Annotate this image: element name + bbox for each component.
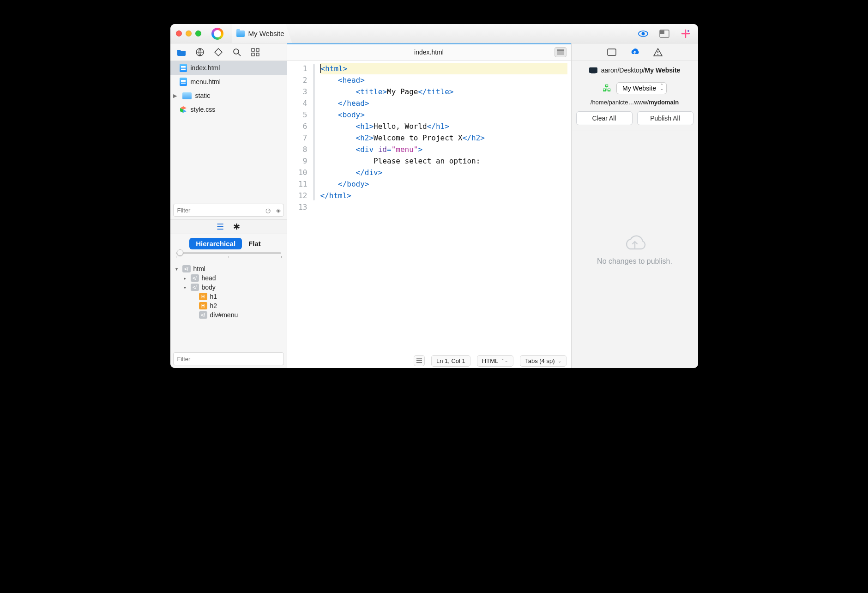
right-toolbar [572,43,698,61]
project-tab-label: My Website [248,30,284,37]
svg-rect-12 [557,49,564,51]
wrap-toggle-button[interactable] [414,355,425,366]
cursor-position-label: Ln 1, Col 1 [436,357,465,364]
minimize-window-button[interactable] [186,30,192,36]
svg-rect-9 [252,53,254,56]
right-sidebar: aaron/Desktop/My Website 🖧 My Website /h… [571,43,698,368]
server-name-label: My Website [622,85,656,92]
publish-tab-icon[interactable] [630,47,640,57]
flat-segment[interactable]: Flat [242,238,267,249]
local-path-display: aaron/Desktop/My Website [572,61,698,79]
language-label: HTML [482,357,498,364]
file-name-label: style.css [191,106,216,113]
publish-all-button[interactable]: Publish All [637,111,693,125]
file-row-static-folder[interactable]: ▶ static [170,89,287,103]
outline-label: div#menu [210,311,238,319]
heading-badge-icon: H [199,293,207,300]
project-tab[interactable]: My Website [232,24,292,43]
scm-icon[interactable]: ◈ [273,207,283,214]
editor-header: index.html [287,43,571,61]
svg-point-1 [641,32,645,35]
remote-path-suffix: mydomain [649,99,679,106]
hierarchical-segment[interactable]: Hierarchical [189,238,242,249]
svg-point-14 [657,54,658,55]
css-file-icon [180,106,187,113]
heading-badge-icon: H [199,302,207,309]
file-list: index.html menu.html ▶ static style.css [170,61,287,116]
code-editor[interactable]: 12345678910111213 <html> <head> <title>M… [287,61,571,353]
svg-rect-8 [256,48,259,51]
empty-message-label: No changes to publish. [597,257,672,266]
depth-slider[interactable] [170,252,287,262]
line-number-gutter: 12345678910111213 [287,61,312,353]
window-controls [176,30,201,36]
add-button[interactable] [679,28,693,40]
editor-filename-label: index.html [287,48,571,56]
disclosure-arrow-icon[interactable]: ▶ [173,93,179,99]
panel-layout-button[interactable] [657,28,671,40]
search-tab-icon[interactable] [232,48,241,57]
svg-rect-3 [660,30,664,34]
tag-badge-icon: </ [191,284,199,291]
publish-buttons-row: Clear All Publish All [572,111,698,131]
outline-item-h1[interactable]: Hh1 [170,292,287,301]
outline-filter-field[interactable] [173,352,284,365]
disclosure-closed-icon[interactable]: ▸ [182,276,188,281]
issues-tab-icon[interactable] [653,47,663,57]
outline-item-body[interactable]: ▾</body [170,283,287,292]
outline-filter-input[interactable] [174,356,283,363]
outline-label: h2 [210,302,217,309]
app-window: My Website index.html [170,24,698,368]
close-window-button[interactable] [176,30,182,36]
local-tab-icon[interactable] [607,47,617,57]
clock-icon[interactable]: ◷ [263,207,273,214]
slider-thumb[interactable] [177,249,183,256]
zoom-window-button[interactable] [195,30,201,36]
titlebar: My Website [170,24,698,43]
preview-button[interactable] [636,28,650,40]
file-row-style-css[interactable]: style.css [170,103,287,116]
language-selector[interactable]: HTML⌃⌄ [477,355,513,367]
outline-item-divmenu[interactable]: </div#menu [170,310,287,320]
file-row-index-html[interactable]: index.html [170,61,287,75]
file-name-label: menu.html [191,78,221,85]
disclosure-open-icon[interactable]: ▾ [174,266,180,272]
outline-label: head [202,274,216,282]
folder-icon [236,30,245,37]
minimap-toggle-button[interactable] [555,47,567,57]
local-path-label: aaron/Desktop/My Website [601,67,681,74]
file-filter-field[interactable]: ◷ ◈ [173,204,284,217]
outline-label: h1 [210,293,217,300]
file-name-label: static [195,92,211,99]
cursor-position-display[interactable]: Ln 1, Col 1 [431,355,470,367]
file-row-menu-html[interactable]: menu.html [170,75,287,89]
server-row: 🖧 My Website [572,79,698,99]
html-file-icon [180,78,187,86]
folder-icon [182,92,192,99]
fold-strip[interactable] [312,61,317,353]
app-logo-icon [211,28,223,40]
files-tab-icon[interactable] [177,48,186,57]
server-dropdown[interactable]: My Website [616,82,667,94]
publish-empty-state: No changes to publish. [572,131,698,368]
outline-item-html[interactable]: ▾</html [170,264,287,273]
outline-item-h2[interactable]: Hh2 [170,301,287,310]
disclosure-open-icon[interactable]: ▾ [182,285,188,290]
svg-rect-7 [252,48,254,51]
grid-tab-icon[interactable] [251,48,260,57]
remote-path-display: /home/panicte…www/mydomain [572,99,698,111]
clear-all-button[interactable]: Clear All [576,111,633,125]
hierarchy-icon[interactable]: ☰ [217,222,224,232]
network-icon: 🖧 [603,83,612,94]
file-name-label: index.html [191,64,220,72]
file-filter-input[interactable] [174,207,263,214]
sidebar-toolbar [170,43,287,61]
tag-badge-icon: </ [199,311,207,319]
remote-tab-icon[interactable] [195,48,205,57]
symbols-tab-icon[interactable] [214,48,223,57]
wildcard-icon[interactable]: ✱ [233,222,240,232]
cloud-upload-icon [623,234,647,253]
indent-selector[interactable]: Tabs (4 sp)⌄ [520,355,566,367]
outline-item-head[interactable]: ▸</head [170,273,287,283]
code-area[interactable]: <html> <head> <title>My Page</title> </h… [317,61,571,353]
